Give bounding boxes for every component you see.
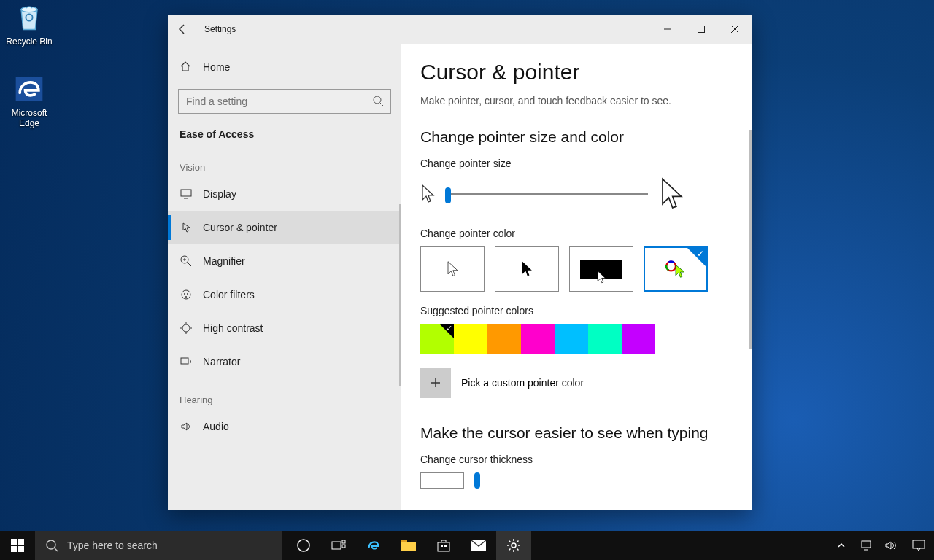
task-view-icon[interactable] [321, 531, 356, 560]
nav-label: Display [203, 188, 236, 200]
tray-volume-icon[interactable] [883, 531, 899, 560]
taskbar-search[interactable]: Type here to search [35, 531, 282, 560]
color-filters-icon [180, 288, 193, 301]
nav-color-filters[interactable]: Color filters [168, 278, 401, 311]
label-cursor-thickness: Change cursor thickness [420, 454, 728, 465]
content-area: Cursor & pointer Make pointer, cursor, a… [401, 44, 752, 510]
label-pointer-color: Change pointer color [420, 228, 728, 239]
magnifier-icon [180, 254, 193, 268]
svg-rect-28 [11, 539, 17, 545]
svg-rect-4 [698, 26, 705, 33]
content-scrollbar[interactable] [749, 130, 752, 349]
color-swatch[interactable] [622, 324, 655, 354]
svg-rect-31 [18, 546, 24, 552]
svg-point-5 [374, 96, 381, 104]
cursor-thickness-slider[interactable] [474, 472, 480, 489]
recycle-bin-icon [13, 1, 45, 34]
search-icon [372, 95, 384, 106]
category-label: Ease of Access [168, 120, 401, 146]
svg-line-33 [55, 548, 58, 551]
nav-label: Audio [203, 421, 229, 432]
maximize-button[interactable] [684, 15, 718, 44]
taskbar-search-placeholder: Type here to search [67, 540, 158, 551]
edge-icon [13, 73, 45, 105]
sidebar: Home Ease of Access Vision Display Curso… [168, 44, 401, 510]
color-swatch[interactable] [454, 324, 487, 354]
search-input[interactable] [178, 89, 391, 114]
minimize-button[interactable] [651, 15, 684, 44]
narrator-icon [180, 355, 193, 368]
color-swatch[interactable] [555, 324, 588, 354]
custom-color-button[interactable] [420, 368, 451, 398]
desktop-icon-label: Microsoft Edge [1, 108, 57, 128]
nav-label: Narrator [203, 356, 240, 368]
svg-rect-36 [342, 540, 345, 543]
custom-color-label: Pick a custom pointer color [461, 377, 584, 389]
pointer-color-white[interactable] [420, 246, 485, 292]
nav-cursor-pointer[interactable]: Cursor & pointer [168, 211, 401, 244]
back-button[interactable] [168, 15, 197, 44]
audio-icon [180, 420, 193, 433]
suggested-swatches: ✓ [420, 324, 728, 354]
taskbar-mail-icon[interactable] [461, 531, 496, 560]
color-swatch[interactable] [521, 324, 555, 354]
pointer-size-slider[interactable] [445, 185, 648, 203]
nav-label: Color filters [203, 289, 255, 300]
svg-rect-45 [862, 541, 871, 548]
svg-line-6 [380, 103, 383, 106]
nav-display[interactable]: Display [168, 177, 401, 211]
group-hearing: Hearing [168, 378, 401, 410]
nav-audio[interactable]: Audio [168, 410, 401, 443]
nav-label: Magnifier [203, 255, 245, 267]
nav-high-contrast[interactable]: High contrast [168, 311, 401, 345]
settings-window: Settings Home Ease of Access Vision Disp… [168, 15, 752, 510]
taskbar-explorer-icon[interactable] [391, 531, 426, 560]
nav-label: Cursor & pointer [203, 222, 277, 233]
svg-point-13 [182, 290, 190, 299]
color-swatch[interactable]: ✓ [420, 324, 454, 354]
tray-network-icon[interactable] [858, 531, 874, 560]
start-button[interactable] [0, 531, 35, 560]
nav-label: High contrast [203, 322, 263, 334]
tray-notifications-icon[interactable] [908, 531, 930, 560]
svg-point-14 [184, 293, 185, 295]
svg-point-17 [182, 324, 190, 332]
svg-rect-42 [444, 545, 447, 547]
svg-rect-30 [11, 546, 17, 552]
cortana-icon[interactable] [286, 531, 321, 560]
svg-rect-35 [332, 542, 341, 549]
svg-point-44 [512, 543, 516, 548]
display-icon [180, 187, 193, 201]
svg-rect-47 [913, 540, 925, 548]
desktop-icon-label: Recycle Bin [1, 36, 57, 47]
nav-magnifier[interactable]: Magnifier [168, 244, 401, 278]
svg-rect-38 [401, 542, 416, 551]
nav-narrator[interactable]: Narrator [168, 345, 401, 378]
taskbar-edge-icon[interactable] [356, 531, 391, 560]
pointer-color-black[interactable] [495, 246, 559, 292]
svg-point-0 [21, 7, 37, 12]
svg-point-16 [185, 296, 187, 298]
pointer-color-custom[interactable]: ✓ [644, 246, 708, 292]
taskbar-settings-icon[interactable] [496, 531, 531, 560]
desktop-icon-recycle-bin[interactable]: Recycle Bin [1, 1, 57, 47]
svg-point-32 [47, 540, 55, 549]
titlebar: Settings [168, 15, 752, 44]
close-button[interactable] [718, 15, 752, 44]
svg-point-34 [298, 540, 309, 551]
group-vision: Vision [168, 146, 401, 177]
home-link[interactable]: Home [168, 51, 401, 83]
home-icon [180, 61, 193, 74]
taskbar-store-icon[interactable] [426, 531, 461, 560]
pointer-color-inverted[interactable] [569, 246, 633, 292]
svg-rect-41 [441, 545, 443, 547]
pointer-small-icon [420, 184, 435, 204]
tray-chevron-icon[interactable] [833, 531, 849, 560]
section-cursor-typing: Make the cursor easier to see when typin… [420, 424, 728, 442]
color-swatch[interactable] [588, 324, 622, 354]
cursor-thickness-preview [420, 472, 464, 489]
svg-line-10 [188, 262, 191, 266]
color-swatch[interactable] [487, 324, 521, 354]
desktop-icon-edge[interactable]: Microsoft Edge [1, 73, 57, 128]
svg-rect-7 [181, 190, 191, 196]
